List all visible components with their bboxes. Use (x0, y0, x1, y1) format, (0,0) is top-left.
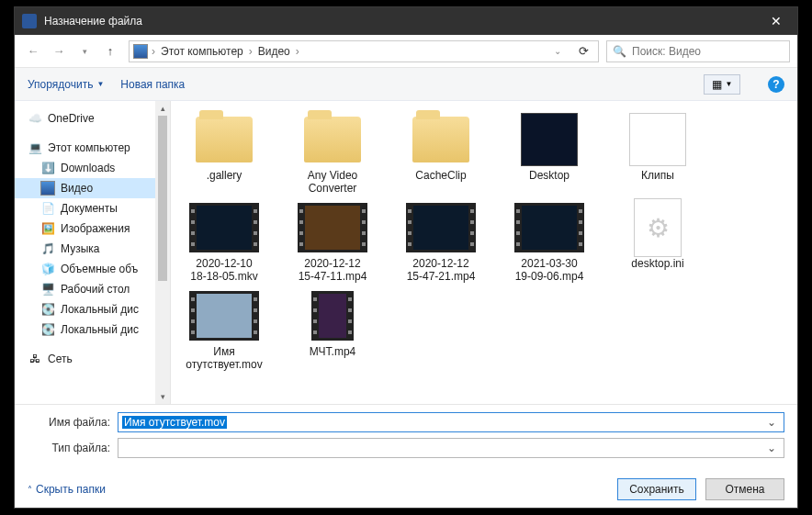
sidebar-item-localdisk-2[interactable]: 💽Локальный дис (15, 319, 170, 340)
sidebar-item-images[interactable]: 🖼️Изображения (15, 218, 170, 239)
folder-item[interactable]: Клипы (612, 112, 704, 195)
documents-icon: 📄 (40, 201, 55, 216)
video-thumb-icon (311, 291, 354, 341)
organize-menu[interactable]: Упорядочить ▼ (28, 78, 104, 91)
address-dropdown-icon[interactable]: ⌄ (547, 40, 569, 62)
chevron-down-icon[interactable]: ⌄ (763, 416, 780, 429)
video-thumb-icon (189, 203, 259, 252)
window-title: Назначение файла (44, 15, 755, 28)
video-library-icon (133, 44, 148, 59)
nav-bar: ← → ▾ ↑ › Этот компьютер › Видео › ⌄ ⟳ 🔍… (15, 35, 797, 68)
folder-icon (196, 117, 253, 162)
network-icon: 🖧 (28, 352, 42, 366)
gear-file-icon: ⚙ (634, 198, 682, 257)
app-icon (22, 14, 37, 28)
folder-item[interactable]: CacheClip (395, 112, 487, 195)
sidebar-item-documents[interactable]: 📄Документы (15, 198, 170, 218)
chevron-down-icon: ▼ (726, 80, 733, 88)
chevron-up-icon: ˄ (28, 485, 32, 495)
filename-label: Имя файла: (28, 416, 110, 429)
video-thumb-icon (406, 203, 476, 252)
folder-item[interactable]: Any Video Converter (287, 112, 378, 195)
scroll-thumb[interactable] (158, 116, 167, 281)
chevron-down-icon: ▼ (96, 80, 104, 88)
video-thumb-icon (298, 203, 367, 252)
drive-icon: 💽 (40, 302, 55, 317)
help-icon[interactable]: ? (768, 76, 784, 93)
folder-item[interactable]: Desktop (503, 112, 595, 195)
drive-icon: 💽 (40, 322, 55, 337)
video-file-item[interactable]: 2020-12-1215-47-21.mp4 (395, 200, 487, 283)
sidebar-item-music[interactable]: 🎵Музыка (15, 239, 170, 259)
filetype-label: Тип файла: (28, 442, 110, 454)
desktop-icon: 🖥️ (40, 282, 55, 297)
downloads-icon: ⬇️ (40, 161, 55, 175)
sidebar-item-downloads[interactable]: ⬇️Downloads (15, 158, 170, 178)
video-icon (40, 181, 55, 196)
search-placeholder: Поиск: Видео (632, 45, 701, 58)
new-folder-button[interactable]: Новая папка (120, 78, 185, 91)
video-file-item[interactable]: Имяотутствует.mov (178, 288, 270, 371)
music-icon: 🎵 (40, 241, 55, 256)
hide-folders-toggle[interactable]: ˄ Скрыть папки (28, 483, 106, 496)
recent-dropdown-icon[interactable]: ▾ (73, 40, 96, 62)
folder-thumb-icon (629, 113, 686, 166)
video-file-item[interactable]: 2020-12-1215-47-11.mp4 (287, 200, 378, 283)
folder-item[interactable]: .gallery (178, 112, 270, 195)
video-file-item[interactable]: 2020-12-1018-18-05.mkv (178, 200, 270, 283)
file-grid: .gallery Any Video Converter CacheClip D… (171, 101, 797, 404)
filename-panel: Имя файла: Имя отутствует.mov ⌄ Тип файл… (15, 404, 797, 458)
breadcrumb-folder[interactable]: Видео (256, 45, 292, 58)
cube-icon: 🧊 (40, 262, 55, 276)
chevron-right-icon[interactable]: › (249, 45, 253, 58)
ini-file-item[interactable]: ⚙desktop.ini (612, 200, 704, 283)
sidebar-item-onedrive[interactable]: ☁️OneDrive (15, 108, 170, 129)
onedrive-icon: ☁️ (28, 111, 42, 126)
sidebar-scrollbar[interactable]: ▴ ▾ (155, 101, 170, 404)
sidebar-item-localdisk-1[interactable]: 💽Локальный дис (15, 299, 170, 319)
folder-icon (304, 117, 361, 162)
footer: ˄ Скрыть папки Сохранить Отмена (15, 464, 797, 508)
save-dialog: Назначение файла ✕ ← → ▾ ↑ › Этот компью… (14, 6, 798, 509)
titlebar[interactable]: Назначение файла ✕ (15, 7, 797, 35)
chevron-right-icon[interactable]: › (296, 45, 299, 58)
filetype-select[interactable]: ⌄ (118, 438, 784, 458)
up-icon[interactable]: ↑ (99, 40, 121, 62)
video-thumb-icon (514, 203, 584, 252)
save-button[interactable]: Сохранить (617, 478, 696, 500)
scroll-up-icon[interactable]: ▴ (155, 101, 170, 116)
refresh-icon[interactable]: ⟳ (572, 40, 594, 62)
desktop-thumb-icon (521, 113, 578, 166)
images-icon: 🖼️ (40, 221, 55, 236)
scroll-down-icon[interactable]: ▾ (155, 389, 170, 404)
sidebar-item-video[interactable]: Видео (15, 178, 170, 198)
sidebar: ☁️OneDrive 💻Этот компьютер ⬇️Downloads В… (15, 101, 171, 404)
filename-input[interactable]: Имя отутствует.mov ⌄ (118, 412, 784, 432)
address-bar[interactable]: › Этот компьютер › Видео › ⌄ ⟳ (129, 40, 599, 62)
pc-icon: 💻 (28, 140, 42, 155)
chevron-right-icon[interactable]: › (152, 45, 155, 58)
filename-value: Имя отутствует.mov (122, 416, 227, 429)
view-options-button[interactable]: ▦ ▼ (704, 74, 740, 95)
sidebar-item-3dobjects[interactable]: 🧊Объемные объ (15, 259, 170, 279)
search-input[interactable]: 🔍 Поиск: Видео (606, 40, 790, 62)
chevron-down-icon[interactable]: ⌄ (763, 442, 780, 454)
forward-icon: → (48, 40, 70, 62)
cancel-button[interactable]: Отмена (705, 478, 784, 500)
back-icon[interactable]: ← (22, 40, 44, 62)
sidebar-item-desktop[interactable]: 🖥️Рабочий стол (15, 279, 170, 299)
folder-icon (412, 117, 469, 162)
video-thumb-icon (189, 291, 259, 341)
breadcrumb-root[interactable]: Этот компьютер (159, 45, 245, 58)
toolbar: Упорядочить ▼ Новая папка ▦ ▼ ? (15, 68, 797, 101)
video-file-item[interactable]: МЧТ.mp4 (287, 288, 378, 371)
close-icon[interactable]: ✕ (755, 7, 797, 35)
sidebar-item-network[interactable]: 🖧Сеть (15, 349, 170, 369)
view-icon: ▦ (712, 78, 722, 91)
search-icon: 🔍 (613, 45, 626, 58)
video-file-item[interactable]: 2021-03-3019-09-06.mp4 (503, 200, 595, 283)
sidebar-item-thispc[interactable]: 💻Этот компьютер (15, 138, 170, 158)
